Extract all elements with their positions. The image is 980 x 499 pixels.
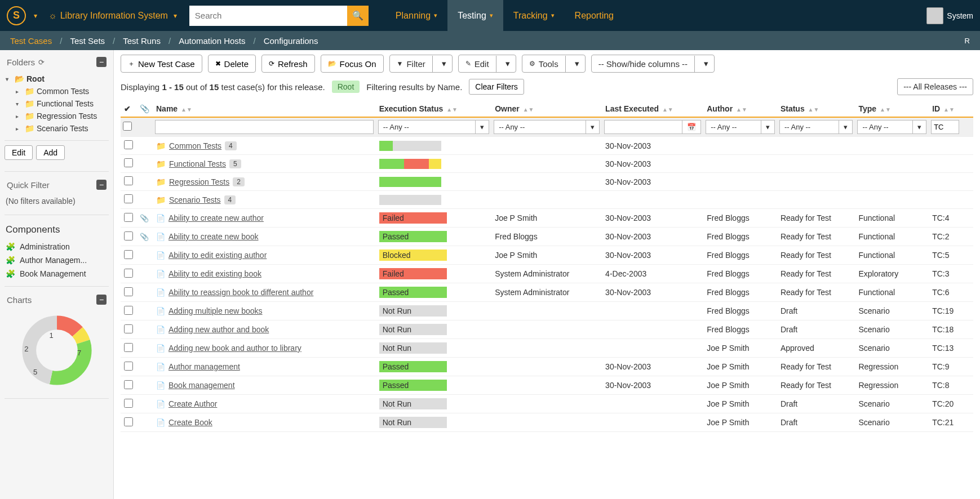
type-filter[interactable]: -- Any --▾: [857, 120, 926, 134]
refresh-button[interactable]: ⟳Refresh: [261, 55, 315, 73]
id-filter-input[interactable]: [931, 120, 959, 134]
release-selector[interactable]: --- All Releases ---: [897, 78, 973, 95]
edit-button[interactable]: ✎Edit▾: [458, 55, 516, 73]
folder-pill[interactable]: Root: [332, 81, 360, 93]
row-name-link[interactable]: Create Author: [168, 399, 217, 408]
row-checkbox[interactable]: [124, 213, 133, 222]
nav-testing[interactable]: Testing ▾: [447, 0, 503, 31]
tree-item[interactable]: ▸📁Regression Tests: [6, 110, 108, 122]
nav-tracking[interactable]: Tracking ▾: [503, 0, 565, 31]
row-checkbox[interactable]: [124, 158, 133, 167]
row-name-link[interactable]: Author management: [168, 362, 240, 371]
subnav-test-cases[interactable]: Test Cases: [10, 36, 52, 46]
row-checkbox[interactable]: [124, 380, 133, 389]
table-row[interactable]: 📄Create AuthorNot RunJoe P SmithDraftSce…: [121, 395, 973, 413]
row-checkbox[interactable]: [124, 250, 133, 259]
show-hide-columns[interactable]: -- Show/hide columns --▾: [591, 55, 715, 73]
subnav-test-runs[interactable]: Test Runs: [123, 36, 161, 46]
nav-reporting[interactable]: Reporting: [565, 0, 624, 31]
row-name-link[interactable]: Common Tests: [169, 141, 221, 150]
tree-item[interactable]: ▾📁Functional Tests: [6, 97, 108, 110]
collapse-icon[interactable]: −: [96, 295, 107, 305]
col-id[interactable]: ID ▲▼: [929, 101, 973, 117]
collapse-icon[interactable]: −: [96, 180, 107, 190]
row-name-link[interactable]: Adding new author and book: [168, 325, 269, 334]
tools-button[interactable]: ⚙Tools▾: [522, 55, 586, 73]
table-row[interactable]: 📄Ability to reassign book to different a…: [121, 283, 973, 302]
table-row[interactable]: 📄Ability to edit existing authorBlockedJ…: [121, 246, 973, 265]
project-picker[interactable]: ☼ Library Information System ▾: [48, 11, 177, 21]
row-name-link[interactable]: Adding new book and author to library: [168, 344, 301, 353]
row-checkbox[interactable]: [124, 140, 133, 149]
row-name-link[interactable]: Ability to create new author: [168, 213, 264, 222]
tree-item[interactable]: ▸📁Scenario Tests: [6, 122, 108, 135]
subnav-configurations[interactable]: Configurations: [264, 36, 318, 46]
col-type[interactable]: Type ▲▼: [855, 101, 929, 117]
table-row[interactable]: 📁Functional Tests 530-Nov-2003: [121, 155, 973, 173]
table-row[interactable]: 📁Scenario Tests 4: [121, 191, 973, 209]
table-row[interactable]: 📄Ability to edit existing bookFailedSyst…: [121, 265, 973, 283]
chevron-down-icon[interactable]: ▾: [698, 55, 714, 72]
table-row[interactable]: 📄Author managementPassed30-Nov-2003Joe P…: [121, 358, 973, 376]
tree-item[interactable]: ▸📁Common Tests: [6, 85, 108, 97]
row-checkbox[interactable]: [124, 417, 133, 426]
app-logo[interactable]: S: [7, 6, 26, 25]
subnav-automation-hosts[interactable]: Automation Hosts: [179, 36, 245, 46]
table-row[interactable]: 📄Adding multiple new booksNot RunFred Bl…: [121, 302, 973, 320]
row-name-link[interactable]: Ability to create new book: [168, 232, 259, 241]
chevron-down-icon[interactable]: ▾: [500, 55, 516, 72]
table-row[interactable]: 📄Adding new book and author to libraryNo…: [121, 339, 973, 358]
refresh-icon[interactable]: ⟳: [38, 58, 45, 66]
table-row[interactable]: 📄Book managementPassed30-Nov-2003Joe P S…: [121, 376, 973, 395]
col-last-executed[interactable]: Last Executed ▲▼: [602, 101, 703, 117]
table-row[interactable]: 📎📄Ability to create new bookPassedFred B…: [121, 228, 973, 246]
row-name-link[interactable]: Create Book: [168, 418, 212, 427]
col-execution-status[interactable]: Execution Status ▲▼: [376, 101, 491, 117]
edit-folder-button[interactable]: Edit: [5, 145, 33, 160]
row-checkbox[interactable]: [124, 287, 133, 296]
delete-button[interactable]: ✖Delete: [208, 55, 256, 73]
row-name-link[interactable]: Ability to edit existing author: [168, 251, 267, 260]
component-item[interactable]: 🧩Author Managem...: [5, 253, 109, 267]
exec-filter[interactable]: -- Any --▾: [378, 120, 489, 134]
workspace-chevron-icon[interactable]: ▾: [34, 12, 37, 20]
table-row[interactable]: 📁Common Tests 430-Nov-2003: [121, 137, 973, 155]
component-item[interactable]: 🧩Book Management: [5, 267, 109, 280]
row-checkbox[interactable]: [124, 362, 133, 371]
col-name[interactable]: Name ▲▼: [153, 101, 376, 117]
row-checkbox[interactable]: [124, 399, 133, 408]
name-filter-input[interactable]: [155, 120, 374, 134]
table-row[interactable]: 📁Regression Tests 230-Nov-2003: [121, 173, 973, 191]
row-name-link[interactable]: Ability to edit existing book: [168, 269, 261, 278]
col-author[interactable]: Author ▲▼: [703, 101, 777, 117]
row-name-link[interactable]: Scenario Tests: [169, 195, 221, 204]
table-row[interactable]: 📄Create BookNot RunJoe P SmithDraftScena…: [121, 413, 973, 432]
table-row[interactable]: 📎📄Ability to create new authorFailedJoe …: [121, 209, 973, 228]
clear-filters-button[interactable]: Clear Filters: [469, 79, 524, 95]
focus-on-button[interactable]: 📂Focus On: [321, 55, 384, 73]
user-menu[interactable]: System: [926, 7, 973, 24]
add-folder-button[interactable]: Add: [36, 145, 65, 160]
nav-planning[interactable]: Planning ▾: [385, 0, 447, 31]
last-exec-filter[interactable]: 📅: [604, 120, 701, 134]
new-test-case-button[interactable]: ＋New Test Case: [121, 55, 202, 73]
table-row[interactable]: 📄Adding new author and bookNot RunFred B…: [121, 320, 973, 339]
author-filter[interactable]: -- Any --▾: [706, 120, 775, 134]
col-owner[interactable]: Owner ▲▼: [491, 101, 602, 117]
row-name-link[interactable]: Book management: [168, 381, 235, 390]
search-button[interactable]: 🔍: [347, 6, 369, 26]
row-name-link[interactable]: Adding multiple new books: [168, 306, 263, 315]
row-name-link[interactable]: Functional Tests: [169, 159, 226, 168]
row-name-link[interactable]: Ability to reassign book to different au…: [168, 288, 313, 297]
row-checkbox[interactable]: [124, 343, 133, 352]
status-filter[interactable]: -- Any --▾: [779, 120, 853, 134]
search-input[interactable]: [189, 6, 347, 26]
row-checkbox[interactable]: [124, 306, 133, 315]
row-checkbox[interactable]: [124, 194, 133, 203]
component-item[interactable]: 🧩Administration: [5, 240, 109, 253]
subnav-test-sets[interactable]: Test Sets: [70, 36, 105, 46]
select-all-checkbox[interactable]: [123, 122, 132, 131]
chevron-down-icon[interactable]: ▾: [569, 55, 585, 72]
row-checkbox[interactable]: [124, 176, 133, 185]
chevron-down-icon[interactable]: ▾: [436, 55, 452, 72]
